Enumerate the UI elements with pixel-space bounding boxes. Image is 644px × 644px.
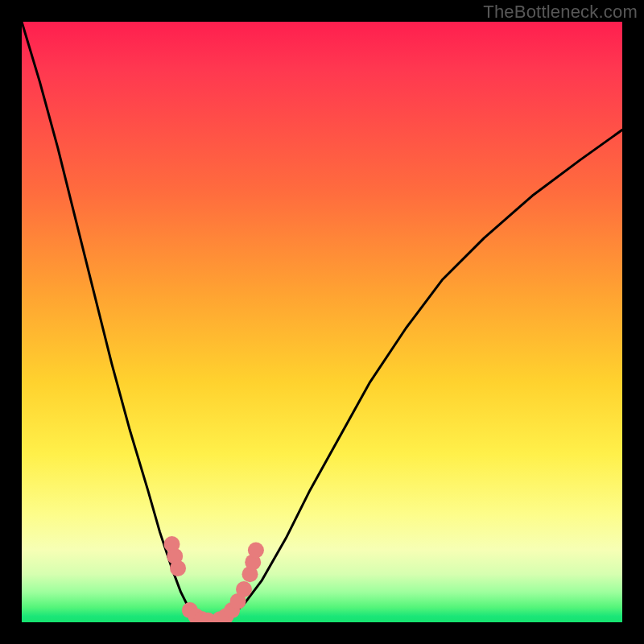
watermark-text: TheBottleneck.com [483, 2, 638, 23]
marker-cluster-left [170, 560, 186, 576]
chart-frame: TheBottleneck.com [0, 0, 644, 644]
plot-area [22, 22, 622, 622]
marker-cluster-right [248, 543, 264, 559]
series-curve [22, 22, 622, 622]
marker-trough-right [236, 581, 252, 597]
chart-svg [22, 22, 622, 622]
